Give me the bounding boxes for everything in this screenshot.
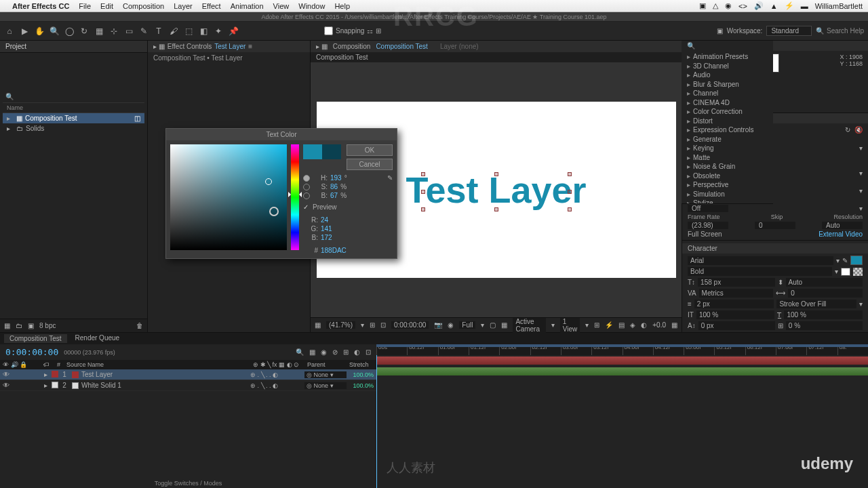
exposure-reset-icon[interactable]: ◐ xyxy=(641,321,647,329)
effects-category[interactable]: ▸Channel xyxy=(682,89,773,98)
project-item-solids[interactable]: ▸ 🗀 Solids xyxy=(3,123,144,134)
stroke-mode-select[interactable]: Stroke Over Fill xyxy=(776,300,856,308)
tracking-input[interactable]: 0 xyxy=(788,289,863,298)
color-cursor[interactable] xyxy=(265,178,272,185)
effects-category[interactable]: ▸Perspective xyxy=(682,180,773,190)
effects-category[interactable]: ▸Generate xyxy=(682,135,773,144)
effects-category[interactable]: ▸Audio xyxy=(682,70,773,80)
tsume-input[interactable]: 0 % xyxy=(786,321,863,330)
anchor-tool-icon[interactable]: ⊹ xyxy=(108,26,119,37)
comp-menu-icon[interactable]: ▦ xyxy=(671,321,677,329)
eyedropper-icon[interactable]: ✎ xyxy=(387,174,393,182)
h-value[interactable]: 193 xyxy=(330,174,342,182)
toggle-switches[interactable]: Toggle Switches / Modes xyxy=(0,477,376,488)
r-value[interactable]: 24 xyxy=(321,216,328,224)
cancel-button[interactable]: Cancel xyxy=(347,159,393,170)
selection-handle[interactable] xyxy=(421,190,425,194)
rotate-tool-icon[interactable]: ↻ xyxy=(79,26,90,37)
orbit-tool-icon[interactable]: ◯ xyxy=(64,26,75,37)
snapping-checkbox[interactable] xyxy=(324,26,333,35)
vscale-input[interactable]: 100 % xyxy=(696,310,775,319)
trash-icon[interactable]: 🗑 xyxy=(136,322,143,329)
menu-composition[interactable]: Composition xyxy=(123,2,164,10)
fr-value[interactable]: (23.98) xyxy=(688,222,728,229)
effects-category[interactable]: ▸Simulation xyxy=(682,190,773,199)
b-radio[interactable] xyxy=(303,192,310,199)
sync-icon[interactable]: △ xyxy=(713,1,718,10)
header-stretch[interactable]: Stretch xyxy=(347,361,376,368)
snap-opt2-icon[interactable]: ⊞ xyxy=(376,27,381,35)
project-search[interactable]: 🔍 xyxy=(3,91,144,103)
search-help-icon[interactable]: 🔍 xyxy=(816,27,824,35)
hscale-input[interactable]: 100 % xyxy=(784,310,863,319)
roi-icon[interactable]: ▢ xyxy=(490,321,496,329)
flowchart-icon[interactable]: ◈ xyxy=(630,321,635,329)
kerning-input[interactable]: Metrics xyxy=(699,289,774,298)
code-icon[interactable]: <> xyxy=(738,2,747,10)
effects-category[interactable]: ▸Animation Presets xyxy=(682,52,773,62)
view-dropdown[interactable]: 1 View xyxy=(560,318,580,333)
comp-chip[interactable]: Composition Test xyxy=(316,54,368,61)
color-cursor-prev[interactable] xyxy=(269,207,279,216)
graph-icon[interactable]: ⊡ xyxy=(366,348,371,356)
menu-help[interactable]: Help xyxy=(334,2,350,10)
eraser-tool-icon[interactable]: ◧ xyxy=(198,26,209,37)
playhead[interactable] xyxy=(376,355,377,488)
preview-check[interactable]: ✓ xyxy=(303,203,310,211)
effects-category[interactable]: ▸3D Channel xyxy=(682,62,773,71)
hand-tool-icon[interactable]: ✋ xyxy=(34,26,45,37)
h-radio[interactable] xyxy=(303,175,310,182)
character-header[interactable]: Character xyxy=(682,243,868,253)
timeline-layer-row[interactable]: 👁▸1Test Layer⊛ . ╲ . . ◐◎ None ▾100.0% xyxy=(0,369,376,380)
rect-tool-icon[interactable]: ▭ xyxy=(123,26,134,37)
effects-category[interactable]: ▸Distort xyxy=(682,117,773,126)
comp-new-icon[interactable]: ▣ xyxy=(28,322,34,329)
work-area-bar[interactable] xyxy=(376,344,868,347)
effects-category[interactable]: ▸Noise & Grain xyxy=(682,162,773,171)
transparency-icon[interactable]: ▦ xyxy=(501,321,507,329)
old-color-swatch[interactable] xyxy=(322,144,341,159)
baseline-input[interactable]: 0 px xyxy=(698,321,775,330)
pixel-aspect-icon[interactable]: ⊞ xyxy=(594,321,599,329)
timeline-layer-row[interactable]: 👁▸2White Solid 1⊛ . ╲ . . ◐◎ None ▾100.0… xyxy=(0,380,376,391)
effects-category[interactable]: ▸Matte xyxy=(682,153,773,163)
effects-category[interactable]: ▸Obsolete xyxy=(682,171,773,181)
stroke-width-input[interactable]: 2 px xyxy=(694,300,774,308)
clone-tool-icon[interactable]: ⬚ xyxy=(183,26,194,37)
draft3d-icon[interactable]: ◉ xyxy=(321,348,327,356)
res-icon[interactable]: ⊞ xyxy=(370,321,375,329)
layer-tab-none[interactable]: Layer (none) xyxy=(440,43,479,50)
b-value[interactable]: 67 xyxy=(330,192,338,199)
user-name[interactable]: WilliamBartlett xyxy=(815,2,863,10)
search-help-label[interactable]: Search Help xyxy=(827,27,864,35)
search-cc-icon[interactable]: ▣ xyxy=(717,27,723,35)
selection-handle[interactable] xyxy=(421,207,425,211)
folder-new-icon[interactable]: 🗀 xyxy=(16,322,22,329)
menu-edit[interactable]: Edit xyxy=(100,2,113,10)
snap-opt-icon[interactable]: ⚏ xyxy=(367,27,373,35)
timeline-tab-comp[interactable]: Composition Test xyxy=(4,334,67,343)
roto-tool-icon[interactable]: ✦ xyxy=(213,26,224,37)
s-radio[interactable] xyxy=(303,184,310,190)
cloud-icon[interactable]: ◉ xyxy=(725,1,732,10)
menu-window[interactable]: Window xyxy=(298,2,325,10)
bluetooth-icon[interactable]: ⚡ xyxy=(785,1,794,10)
text-tool-icon[interactable]: T xyxy=(153,26,164,37)
effects-search[interactable]: 🔍 xyxy=(682,41,773,51)
mute-icon[interactable]: 🔇 xyxy=(854,126,863,134)
font-family-select[interactable]: Arial xyxy=(688,256,833,265)
fullscreen-label[interactable]: Full Screen xyxy=(688,230,722,238)
timeline-tab-render[interactable]: Render Queue xyxy=(75,334,120,343)
selection-tool-icon[interactable]: ▶ xyxy=(19,26,30,37)
brush-tool-icon[interactable]: 🖌 xyxy=(168,26,179,37)
interpret-icon[interactable]: ▦ xyxy=(4,322,10,329)
current-timecode[interactable]: 0:00:00:00 xyxy=(5,347,58,357)
resolution-dropdown[interactable]: Full xyxy=(459,321,475,329)
timeline-icon[interactable]: ▤ xyxy=(618,321,625,329)
bpc-label[interactable]: 8 bpc xyxy=(39,322,56,329)
search-timeline-icon[interactable]: 🔍 xyxy=(296,348,304,356)
color-field[interactable] xyxy=(170,144,287,250)
camera-dropdown[interactable]: Active Camera xyxy=(513,318,545,333)
res-value[interactable]: Auto xyxy=(822,222,863,229)
snapshot-icon[interactable]: 📷 xyxy=(434,321,442,329)
